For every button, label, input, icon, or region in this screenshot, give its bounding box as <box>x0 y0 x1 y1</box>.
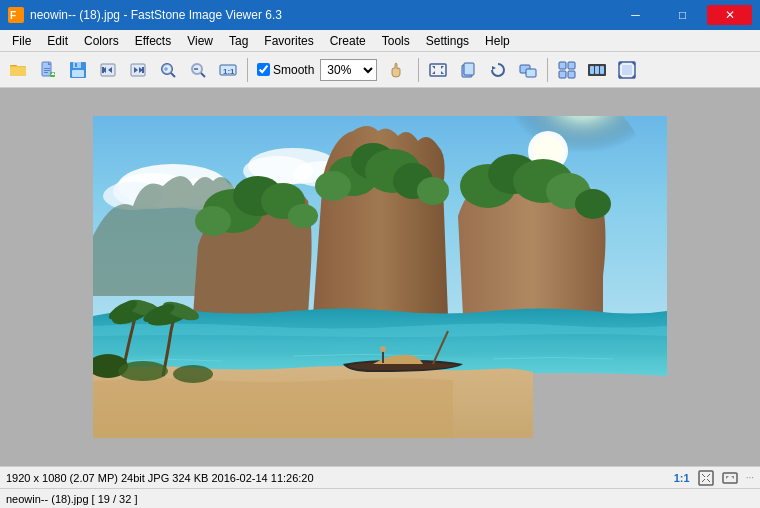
svg-point-96 <box>380 346 386 352</box>
menu-colors[interactable]: Colors <box>76 32 127 50</box>
svg-rect-97 <box>699 471 713 485</box>
minimize-button[interactable]: ─ <box>613 5 658 25</box>
svg-point-74 <box>417 177 449 205</box>
close-button[interactable]: ✕ <box>707 5 752 25</box>
smooth-area: Smooth <box>257 63 314 77</box>
fit-screen-icon <box>698 470 714 486</box>
menu-help[interactable]: Help <box>477 32 518 50</box>
zoom-in-button[interactable] <box>154 56 182 84</box>
svg-rect-43 <box>526 69 536 77</box>
svg-rect-45 <box>568 62 575 69</box>
svg-rect-40 <box>464 63 474 75</box>
main-area <box>0 88 760 466</box>
fullscreen-button[interactable] <box>613 56 641 84</box>
svg-point-79 <box>288 204 318 228</box>
svg-point-93 <box>173 365 213 383</box>
svg-rect-7 <box>44 68 50 69</box>
zoom-in-icon <box>158 60 178 80</box>
zoom-dropdown[interactable]: 10%20%25% 30% 40%50%75% 100%150%200% 300… <box>320 59 377 81</box>
resize-grip: ··· <box>746 472 754 483</box>
svg-point-73 <box>315 171 351 201</box>
image-info: 1920 x 1080 (2.07 MP) 24bit JPG 324 KB 2… <box>6 472 314 484</box>
rotate-button[interactable] <box>484 56 512 84</box>
svg-marker-41 <box>492 66 496 70</box>
menu-effects[interactable]: Effects <box>127 32 179 50</box>
status-bar: 1920 x 1080 (2.07 MP) 24bit JPG 324 KB 2… <box>0 466 760 488</box>
filmstrip-button[interactable] <box>583 56 611 84</box>
svg-rect-102 <box>723 473 737 483</box>
menu-edit[interactable]: Edit <box>39 32 76 50</box>
smooth-checkbox[interactable] <box>257 63 270 76</box>
previous-icon <box>98 60 118 80</box>
filename-label: neowin-- (18).jpg [ 19 / 32 ] <box>6 493 137 505</box>
svg-line-101 <box>707 479 710 482</box>
thumbnails-button[interactable] <box>553 56 581 84</box>
svg-rect-49 <box>590 66 594 74</box>
actual-size-button[interactable]: 1:1 <box>214 56 242 84</box>
thumbnails-icon <box>557 60 577 80</box>
zoom-ratio: 1:1 <box>674 472 690 484</box>
svg-rect-8 <box>44 70 50 71</box>
copy-button[interactable] <box>454 56 482 84</box>
smooth-label[interactable]: Smooth <box>273 63 314 77</box>
svg-line-100 <box>702 479 705 482</box>
fullscreen-status-icon <box>722 470 738 486</box>
toolbar: 1:1 Smooth 10%20%25% 30% 40%50%75% 100%1… <box>0 52 760 88</box>
maximize-button[interactable]: □ <box>660 5 705 25</box>
open-file-icon <box>38 60 58 80</box>
status-right: 1:1 ··· <box>674 470 754 486</box>
svg-rect-50 <box>595 66 599 74</box>
next-icon <box>128 60 148 80</box>
svg-point-92 <box>118 361 168 381</box>
svg-rect-14 <box>75 63 77 67</box>
next-button[interactable] <box>124 56 152 84</box>
svg-marker-35 <box>432 66 435 69</box>
menu-bar: File Edit Colors Effects View Tag Favori… <box>0 30 760 52</box>
fullscreen-icon <box>617 60 637 80</box>
svg-marker-38 <box>441 71 444 74</box>
fit-window-button[interactable] <box>424 56 452 84</box>
resize-button[interactable] <box>514 56 542 84</box>
svg-rect-34 <box>430 64 446 76</box>
save-button[interactable] <box>64 56 92 84</box>
separator-3 <box>547 58 548 82</box>
open-folder-button[interactable] <box>4 56 32 84</box>
previous-button[interactable] <box>94 56 122 84</box>
zoom-out-icon <box>188 60 208 80</box>
menu-settings[interactable]: Settings <box>418 32 477 50</box>
menu-view[interactable]: View <box>179 32 221 50</box>
svg-rect-23 <box>142 67 144 73</box>
app-icon: F <box>8 7 24 23</box>
title-bar-left: F neowin-- (18).jpg - FastStone Image Vi… <box>8 7 282 23</box>
svg-rect-44 <box>559 62 566 69</box>
svg-rect-46 <box>559 71 566 78</box>
svg-marker-103 <box>726 476 729 479</box>
menu-tag[interactable]: Tag <box>221 32 256 50</box>
hand-icon <box>386 60 406 80</box>
filmstrip-icon <box>587 60 607 80</box>
open-folder-icon <box>8 60 28 80</box>
svg-point-28 <box>162 64 172 74</box>
menu-favorites[interactable]: Favorites <box>256 32 321 50</box>
filename-bar: neowin-- (18).jpg [ 19 / 32 ] <box>0 488 760 508</box>
svg-rect-53 <box>622 65 632 75</box>
menu-file[interactable]: File <box>4 32 39 50</box>
copy-icon <box>458 60 478 80</box>
pan-button[interactable] <box>379 56 413 84</box>
actual-size-icon: 1:1 <box>218 60 238 80</box>
svg-line-27 <box>171 73 175 77</box>
title-controls: ─ □ ✕ <box>613 5 752 25</box>
open-file-button[interactable] <box>34 56 62 84</box>
zoom-out-button[interactable] <box>184 56 212 84</box>
resize-icon <box>518 60 538 80</box>
fit-window-icon <box>428 60 448 80</box>
rotate-icon <box>488 60 508 80</box>
separator-2 <box>418 58 419 82</box>
svg-text:F: F <box>10 10 16 21</box>
svg-rect-4 <box>10 67 26 76</box>
svg-point-84 <box>575 189 611 219</box>
menu-create[interactable]: Create <box>322 32 374 50</box>
svg-rect-18 <box>102 67 104 73</box>
menu-tools[interactable]: Tools <box>374 32 418 50</box>
image-scene <box>93 116 667 438</box>
